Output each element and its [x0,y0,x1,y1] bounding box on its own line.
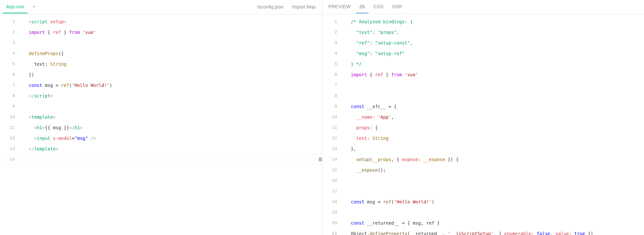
line-number: 2 [0,27,15,38]
code-line[interactable]: const __returned__ = { msg, ref } [351,218,644,228]
line-number: 15 [322,165,337,176]
code-line[interactable]: __expose(); [351,165,644,176]
line-number: 17 [322,186,337,196]
code-line[interactable] [351,207,644,218]
line-number: 18 [322,196,337,207]
right-editor[interactable]: 1234567891011121314151617181920212223 /*… [322,14,644,235]
code-line[interactable]: /* Analyzed bindings: { [351,16,644,27]
right-pane: PREVIEWJSCSSSSR 123456789101112131415161… [322,0,644,235]
left-gutter: 1234567891011121314 [0,14,21,235]
code-line[interactable]: __name: 'App', [351,112,644,122]
line-number: 8 [322,91,337,101]
line-number: 5 [0,59,15,70]
code-line[interactable]: import { ref } from 'vue' [29,27,322,38]
line-number: 14 [322,154,337,165]
scroll-marker[interactable] [319,158,322,161]
code-line[interactable]: const msg = ref('Hello World!') [29,80,322,91]
left-tabbar: App.vue + tsconfig.json Import Map [0,0,322,14]
code-line[interactable] [29,38,322,48]
code-line[interactable]: const __sfc__ = { [351,101,644,112]
left-editor[interactable]: 1234567891011121314 <script setup>import… [0,14,322,235]
line-number: 3 [0,38,15,48]
code-line[interactable] [351,186,644,196]
line-number: 4 [0,48,15,59]
code-line[interactable] [29,101,322,112]
code-line[interactable]: import { ref } from 'vue' [351,70,644,80]
code-line[interactable]: setup(__props, { expose: __expose }) { [351,154,644,165]
line-number: 1 [322,16,337,27]
line-number: 10 [322,112,337,122]
output-tab-preview[interactable]: PREVIEW [325,1,354,14]
line-number: 3 [322,38,337,48]
line-number: 12 [322,133,337,144]
file-tab-app-vue[interactable]: App.vue [3,1,28,14]
code-line[interactable]: <h1>{{ msg }}</h1> [29,122,322,133]
line-number: 7 [322,80,337,91]
line-number: 12 [0,133,15,144]
line-number: 6 [0,70,15,80]
code-line[interactable]: "msg": "setup-ref" [351,48,644,59]
line-number: 14 [0,154,15,165]
code-line[interactable]: "text": "props", [351,27,644,38]
code-line[interactable] [351,80,644,91]
code-line[interactable]: text: String [29,59,322,70]
code-line[interactable]: } */ [351,59,644,70]
code-line[interactable]: defineProps({ [29,48,322,59]
code-line[interactable] [351,176,644,186]
add-file-tab[interactable]: + [30,0,39,14]
code-line[interactable]: <template> [29,112,322,122]
code-line[interactable]: "ref": "setup-const", [351,38,644,48]
line-number: 20 [322,218,337,228]
line-number: 13 [0,144,15,154]
app-root: App.vue + tsconfig.json Import Map 12345… [0,0,644,235]
right-code[interactable]: /* Analyzed bindings: { "text": "props",… [351,14,644,235]
code-line[interactable]: </template> [29,144,322,154]
output-tab-ssr[interactable]: SSR [388,1,405,14]
line-number: 19 [322,207,337,218]
line-number: 2 [322,27,337,38]
line-number: 9 [322,101,337,112]
line-number: 11 [322,122,337,133]
line-number: 9 [0,101,15,112]
line-number: 13 [322,144,337,154]
code-line[interactable]: }) [29,70,322,80]
code-line[interactable]: </script> [29,91,322,101]
code-line[interactable]: Object.defineProperty(__returned__, '__i… [351,228,644,235]
code-line[interactable]: const msg = ref('Hello World!') [351,196,644,207]
line-number: 10 [0,112,15,122]
line-number: 21 [322,228,337,235]
line-number: 5 [322,59,337,70]
code-line[interactable]: text: String [351,133,644,144]
tsconfig-link[interactable]: tsconfig.json [254,4,287,10]
line-number: 7 [0,80,15,91]
code-line[interactable] [351,91,644,101]
code-line[interactable] [29,154,322,165]
line-number: 11 [0,122,15,133]
line-number: 16 [322,176,337,186]
import-map-link[interactable]: Import Map [288,4,319,10]
line-number: 4 [322,48,337,59]
output-tab-js[interactable]: JS [356,1,368,14]
right-tabbar: PREVIEWJSCSSSSR [322,0,644,14]
code-line[interactable]: }, [351,144,644,154]
line-number: 6 [322,70,337,80]
code-line[interactable]: <input v-model="msg" /> [29,133,322,144]
left-code[interactable]: <script setup>import { ref } from 'vue'd… [29,14,322,235]
right-gutter: 1234567891011121314151617181920212223 [322,14,343,235]
output-tab-css[interactable]: CSS [370,1,387,14]
code-line[interactable]: <script setup> [29,16,322,27]
line-number: 8 [0,91,15,101]
line-number: 1 [0,16,15,27]
code-line[interactable]: props: { [351,122,644,133]
left-pane: App.vue + tsconfig.json Import Map 12345… [0,0,322,235]
